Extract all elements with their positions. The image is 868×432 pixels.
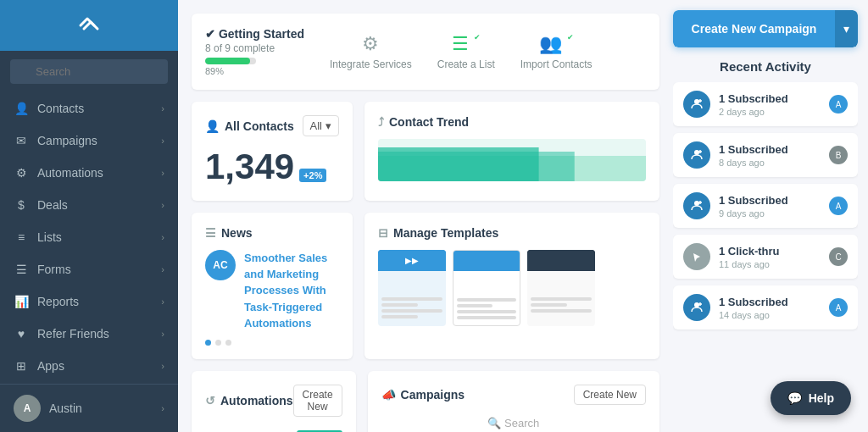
news-author-avatar: AC	[205, 250, 236, 280]
gear-icon: ⚙	[362, 33, 379, 55]
automations-icon: ⚙	[14, 166, 29, 180]
activity-info: 1 Click-thru 11 days ago	[719, 245, 821, 269]
sidebar-item-campaigns[interactable]: ✉ Campaigns ›	[0, 125, 178, 157]
subscribe-icon	[683, 294, 710, 321]
activity-info: 1 Subscribed 8 days ago	[719, 143, 821, 168]
svg-rect-2	[378, 152, 575, 181]
activity-item: 1 Subscribed 14 days ago A	[673, 285, 858, 330]
filter-dropdown[interactable]: All ▾	[303, 115, 339, 136]
search-section: 🔍	[0, 51, 178, 92]
gs-step-create-list[interactable]: ☰ ✔ Create a List	[437, 33, 495, 70]
news-dot-3[interactable]	[225, 340, 231, 346]
news-dot-1[interactable]	[205, 340, 211, 346]
activity-type: 1 Subscribed	[719, 296, 821, 308]
automations-card: ↺ Automations Create New Book a call ACT…	[192, 371, 356, 432]
username: Austin	[49, 402, 82, 415]
chevron-right-icon: ›	[161, 329, 164, 339]
gs-step-integrate[interactable]: ⚙ Integrate Services	[330, 33, 412, 70]
recent-activity-title: Recent Activity	[673, 59, 858, 74]
card-title: ↺ Automations	[205, 394, 293, 407]
template-thumb-3[interactable]	[527, 250, 595, 326]
gs-progress-bar	[205, 58, 256, 64]
news-link[interactable]: Smoother Sales and Marketing Processes W…	[244, 252, 327, 330]
chevron-right-icon: ›	[161, 296, 164, 307]
chevron-right-icon: ›	[161, 168, 164, 178]
card-header: ☰ News	[205, 226, 339, 240]
list-check-icon: ☰ ✔	[452, 33, 481, 55]
sidebar-item-lists[interactable]: ≡ Lists ›	[0, 221, 178, 253]
refer-icon: ♥	[14, 327, 29, 341]
news-card: ☰ News AC Smoother Sales and Marketing P…	[192, 213, 353, 359]
activity-type: 1 Subscribed	[719, 143, 821, 156]
reports-icon: 📊	[14, 295, 29, 308]
activity-time: 8 days ago	[719, 158, 821, 168]
sidebar-item-label: Campaigns	[37, 134, 97, 147]
activity-info: 1 Subscribed 14 days ago	[719, 296, 821, 320]
gs-step-label: Integrate Services	[330, 58, 412, 70]
help-button[interactable]: 💬 Help	[771, 381, 851, 415]
user-profile[interactable]: A Austin ›	[0, 384, 178, 432]
chevron-down-icon: ▾	[326, 119, 331, 132]
speech-bubble-icon: 💬	[787, 391, 802, 405]
avatar: A	[829, 298, 848, 317]
trend-chart	[378, 139, 646, 181]
contacts-icon: 👤	[205, 119, 220, 133]
main-content: ✔ Getting Started 8 of 9 complete 89% ⚙ …	[178, 0, 673, 432]
news-templates-row: ☰ News AC Smoother Sales and Marketing P…	[192, 213, 659, 359]
template-thumb-2[interactable]	[453, 250, 520, 326]
avatar: B	[829, 146, 848, 164]
help-label: Help	[809, 391, 834, 405]
avatar: C	[829, 247, 848, 266]
sidebar-item-automations[interactable]: ⚙ Automations ›	[0, 157, 178, 189]
sidebar-nav: 👤 Contacts › ✉ Campaigns › ⚙ Automations…	[0, 92, 178, 384]
automations-icon: ↺	[205, 394, 215, 407]
templates-icon: ⊟	[378, 226, 388, 240]
news-dot-2[interactable]	[215, 340, 221, 346]
sidebar-item-apps[interactable]: ⊞ Apps ›	[0, 350, 178, 382]
svg-point-12	[694, 302, 699, 307]
campaigns-card: 📣 Campaigns Create New 🔍 Search	[368, 371, 659, 432]
activity-item: 1 Subscribed 2 days ago A	[673, 82, 858, 126]
activity-item: 1 Click-thru 11 days ago C	[673, 235, 858, 279]
card-title: ☰ News	[205, 226, 253, 240]
news-icon: ☰	[205, 226, 216, 240]
all-contacts-card: 👤 All Contacts All ▾ 1,349 +2%	[192, 102, 353, 201]
search-input[interactable]	[10, 59, 168, 84]
sidebar-item-label: Apps	[37, 359, 64, 373]
create-new-automation-button[interactable]: Create New	[293, 385, 342, 417]
sidebar-item-contacts[interactable]: 👤 Contacts ›	[0, 92, 178, 125]
create-new-campaign-button[interactable]: Create New Campaign	[673, 10, 835, 47]
card-title: ⤴ Contact Trend	[378, 115, 469, 129]
create-campaign-dropdown[interactable]: ▾	[835, 10, 858, 47]
card-title: 👤 All Contacts	[205, 119, 294, 133]
avatar: A	[829, 197, 848, 215]
template-thumb-1[interactable]: ▶▶	[378, 250, 446, 326]
trend-icon: ⤴	[378, 115, 384, 129]
gs-subtitle: 8 of 9 complete	[205, 42, 304, 54]
activity-time: 9 days ago	[719, 208, 821, 219]
activity-time: 2 days ago	[719, 107, 821, 117]
activity-list: 1 Subscribed 2 days ago A 1 Subscribed 8…	[673, 82, 858, 422]
sidebar-item-reports[interactable]: 📊 Reports ›	[0, 285, 178, 318]
activity-type: 1 Subscribed	[719, 194, 821, 207]
subscribe-icon	[683, 91, 710, 118]
create-new-campaign-button[interactable]: Create New	[574, 385, 646, 405]
import-icon: 👥 ✔	[539, 33, 574, 55]
stats-row: 👤 All Contacts All ▾ 1,349 +2% ⤴ Contact…	[192, 102, 659, 201]
campaigns-icon: 📣	[381, 388, 396, 402]
sidebar-item-deals[interactable]: $ Deals ›	[0, 189, 178, 221]
gs-step-import[interactable]: 👥 ✔ Import Contacts	[520, 33, 593, 70]
sidebar-item-forms[interactable]: ☰ Forms ›	[0, 253, 178, 285]
growth-badge: +2%	[299, 169, 326, 182]
manage-templates-card: ⊟ Manage Templates ▶▶	[364, 213, 659, 359]
getting-started-bar: ✔ Getting Started 8 of 9 complete 89% ⚙ …	[192, 14, 659, 90]
activity-info: 1 Subscribed 9 days ago	[719, 194, 821, 219]
svg-point-9	[694, 201, 699, 206]
sidebar-logo[interactable]	[0, 0, 178, 51]
sidebar-item-refer[interactable]: ♥ Refer Friends ›	[0, 318, 178, 350]
clickthru-icon	[683, 243, 710, 270]
news-text: Smoother Sales and Marketing Processes W…	[244, 250, 339, 331]
automation-row: Book a call ACTIVE	[205, 424, 342, 432]
card-header: ⊟ Manage Templates	[378, 226, 646, 240]
gs-steps: ⚙ Integrate Services ☰ ✔ Create a List 👥…	[330, 33, 592, 70]
